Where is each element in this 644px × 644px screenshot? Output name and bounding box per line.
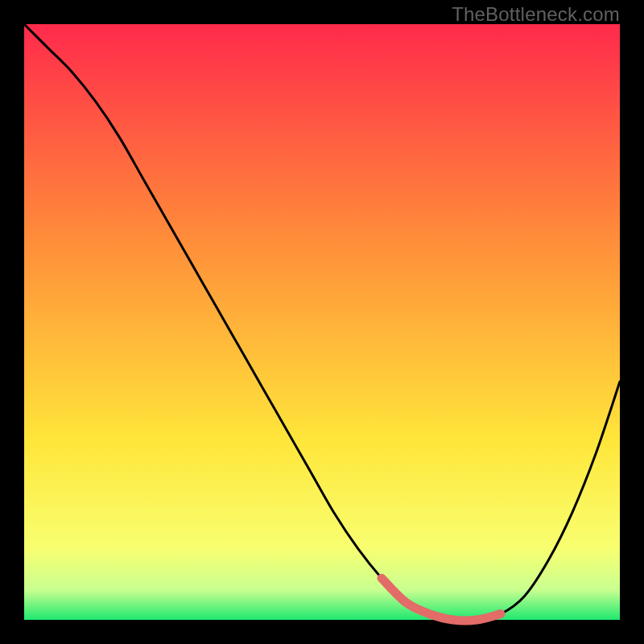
bottleneck-curve bbox=[24, 24, 620, 621]
curve-layer bbox=[24, 24, 620, 620]
highlight-segment bbox=[382, 578, 501, 621]
watermark-text: TheBottleneck.com bbox=[452, 3, 620, 26]
